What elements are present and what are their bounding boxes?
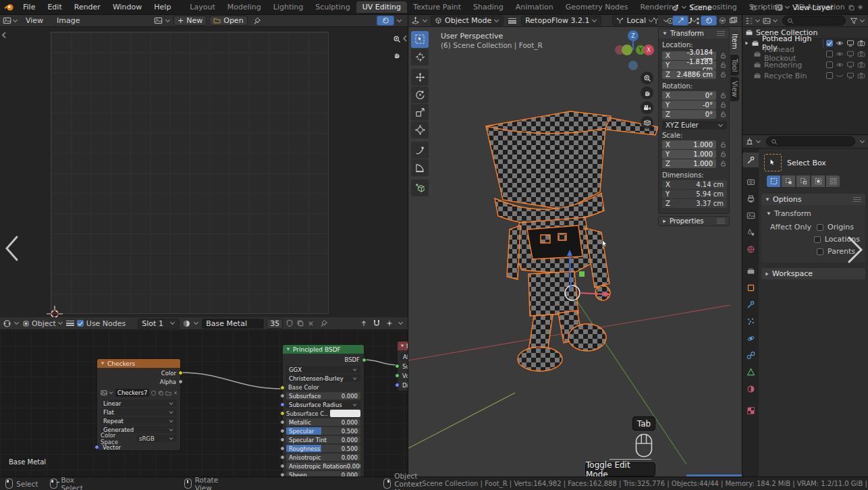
close-icon[interactable] (857, 4, 864, 11)
tab-shading[interactable]: Shading (467, 1, 510, 13)
scene-selector[interactable]: Scene (672, 2, 766, 13)
sheen-field[interactable]: Sheen0.000 (286, 471, 360, 477)
menu-window[interactable]: Window (107, 3, 148, 11)
tool-cursor[interactable] (411, 49, 429, 65)
open-image-button[interactable]: Open (209, 16, 247, 26)
retopoflow-menu[interactable]: RetopoFlow 3.2.1 (521, 16, 601, 26)
hide-eye-icon[interactable] (836, 50, 844, 58)
tab-texture-properties[interactable] (742, 403, 759, 418)
viewport-pan-button[interactable] (641, 86, 653, 99)
lock-icon[interactable] (720, 160, 727, 167)
tool-add-cube[interactable] (411, 180, 429, 196)
tab-particle-properties[interactable] (742, 314, 759, 329)
select-mode-subtract[interactable] (796, 175, 810, 187)
specular-slider[interactable]: Specular0.500 (286, 427, 360, 435)
close-icon[interactable] (759, 4, 766, 11)
rotation-x-field[interactable]: X0° (662, 91, 716, 100)
source-dropdown[interactable]: Generated (101, 426, 177, 433)
hide-eye-icon[interactable] (836, 39, 844, 47)
viewport-visibility-icon[interactable] (846, 39, 855, 47)
uv-overlays-toggle[interactable] (377, 16, 394, 26)
rotation-mode-dropdown[interactable]: XYZ Euler (662, 121, 727, 130)
tab-output-properties[interactable] (742, 191, 759, 206)
color-space-dropdown[interactable]: sRGB (136, 435, 177, 442)
workspace-panel-header[interactable]: Workspace (761, 268, 865, 279)
menu-file[interactable]: File (17, 3, 41, 11)
subsurface-method-dropdown[interactable]: Christensen-Burley (286, 375, 360, 382)
view-layer-selector[interactable]: View Layer (775, 2, 864, 13)
select-mode-intersect[interactable] (826, 175, 840, 187)
dimension-y-field[interactable]: Y5.94 cm (662, 190, 727, 198)
expand-icon[interactable] (746, 42, 749, 45)
npanel-tab-item[interactable]: Item (730, 30, 739, 53)
viewport-visibility-icon[interactable] (846, 50, 855, 58)
node-checkers[interactable]: Checkers Color Alpha Checkers 7 Linear F… (97, 358, 181, 451)
location-z-field[interactable]: Z2.4886 cm (662, 70, 716, 79)
folder-icon[interactable] (165, 390, 171, 396)
collapse-icon[interactable] (401, 345, 404, 348)
npanel-tab-tool[interactable]: Tool (730, 55, 739, 76)
filter-icon[interactable] (850, 17, 858, 25)
tab-modeling[interactable]: Modeling (221, 1, 267, 13)
output-target-dropdown[interactable]: All (400, 353, 408, 360)
hide-eye-closed-icon[interactable] (836, 72, 844, 80)
uv-menu-view[interactable]: View (20, 16, 49, 25)
mode-dropdown[interactable]: Object Mode (431, 16, 504, 26)
viewport-visibility-icon[interactable] (846, 72, 855, 80)
socket-input[interactable] (280, 402, 285, 407)
lock-icon[interactable] (720, 52, 727, 59)
collapse-icon[interactable] (101, 362, 105, 365)
tab-modifier-properties[interactable] (742, 297, 759, 312)
select-mode-invert[interactable] (811, 175, 825, 187)
editor-type-icon[interactable] (745, 137, 754, 146)
lock-icon[interactable] (720, 141, 727, 148)
tab-lighting[interactable]: Lighting (267, 1, 309, 13)
anisotropic-field[interactable]: Anisotropic0.000 (286, 454, 360, 461)
properties-panel-header[interactable]: Properties (658, 216, 730, 226)
socket-input[interactable] (280, 446, 285, 451)
socket-input[interactable] (280, 464, 285, 468)
distribution-dropdown[interactable]: GGX (286, 366, 360, 373)
socket-bsdf-output[interactable] (362, 358, 367, 362)
lock-icon[interactable] (720, 71, 727, 78)
tab-animation[interactable]: Animation (510, 1, 560, 13)
parents-checkbox[interactable] (817, 248, 823, 255)
next-overlay-chevron-icon[interactable] (845, 235, 865, 265)
socket-input[interactable] (280, 420, 285, 425)
pin-icon[interactable] (253, 17, 261, 25)
socket-input[interactable] (280, 393, 285, 398)
editor-type-icon[interactable] (745, 17, 753, 25)
uv-toolbar-expand-icon[interactable] (1, 31, 7, 39)
gizmos-toggle[interactable] (672, 16, 688, 26)
render-visibility-icon[interactable] (857, 39, 865, 47)
socket-input[interactable] (280, 455, 285, 460)
socket-alpha-output[interactable] (178, 379, 183, 384)
viewport-camera-button[interactable] (641, 101, 653, 114)
tool-move[interactable] (411, 69, 429, 86)
tab-view-layer-properties[interactable] (742, 208, 759, 223)
subsurface-color-swatch[interactable] (330, 410, 360, 417)
properties-search-input[interactable] (766, 136, 855, 146)
mode-menu-icon[interactable] (508, 18, 516, 24)
display-mode-icon[interactable] (763, 17, 771, 25)
tool-transform[interactable] (411, 121, 429, 138)
scale-x-field[interactable]: X1.000 (662, 140, 716, 149)
uv-pan-button[interactable] (390, 49, 403, 61)
socket-input[interactable] (280, 429, 285, 433)
viewport-zoom-button[interactable] (641, 72, 653, 84)
fake-user-shield-icon[interactable] (151, 390, 157, 396)
new-view-layer-icon[interactable] (848, 4, 855, 11)
overlays-toggle[interactable] (701, 16, 717, 26)
extension-dropdown[interactable]: Repeat (101, 417, 177, 425)
nav-gizmo[interactable]: Z Y X (615, 30, 654, 70)
outliner-row-rendering[interactable]: Rendering (742, 59, 868, 70)
tab-data-properties[interactable] (742, 364, 759, 379)
transform-panel-header[interactable]: Transform (659, 28, 729, 38)
select-mode-new[interactable] (767, 175, 780, 187)
socket-surface-input[interactable] (395, 364, 400, 369)
transform-subpanel-header[interactable]: Transform (761, 208, 865, 219)
tab-material-properties[interactable] (742, 381, 759, 396)
hide-eye-icon[interactable] (836, 61, 844, 69)
blender-logo-icon[interactable] (4, 2, 14, 12)
specular-tint-field[interactable]: Specular Tint0.000 (286, 436, 360, 443)
